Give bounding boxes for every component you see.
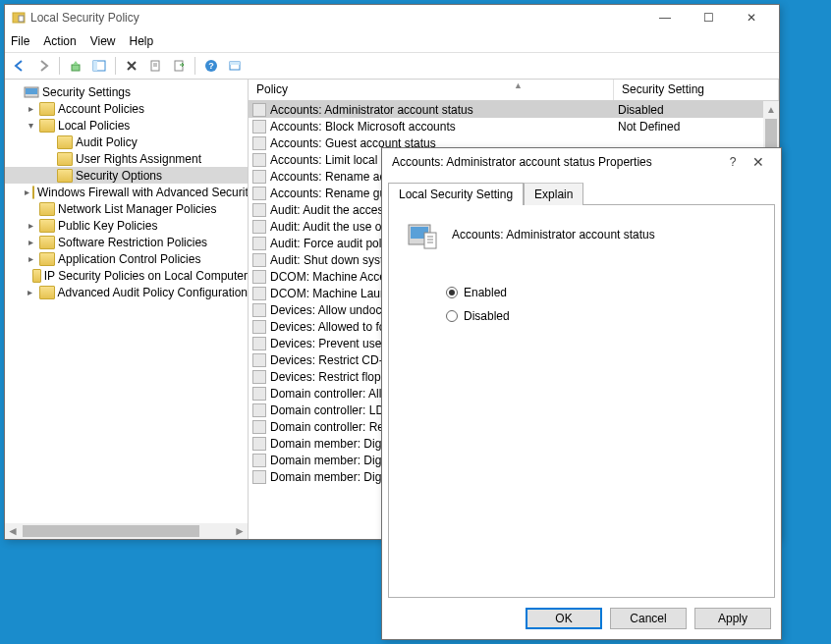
tree-item[interactable]: IP Security Policies on Local Computer: [5, 267, 248, 284]
dialog-help-button[interactable]: ?: [720, 155, 746, 169]
forward-button[interactable]: [32, 55, 54, 77]
cancel-button[interactable]: Cancel: [610, 608, 687, 629]
policy-item-icon: [252, 437, 266, 451]
minimize-button[interactable]: —: [643, 6, 687, 29]
tree-item-label: Application Control Policies: [58, 252, 200, 266]
tree-item[interactable]: Network List Manager Policies: [5, 200, 248, 217]
window-title: Local Security Policy: [30, 11, 643, 25]
expand-icon[interactable]: ▸: [25, 220, 36, 231]
apply-button[interactable]: Apply: [694, 608, 771, 629]
policy-cell: Accounts: Administrator account status: [270, 103, 473, 117]
policy-item-icon: [252, 403, 266, 417]
scrollbar-thumb[interactable]: [23, 525, 199, 537]
tree-item[interactable]: User Rights Assignment: [5, 150, 248, 167]
scroll-left-arrow-icon[interactable]: ◄: [5, 523, 21, 539]
policy-item-icon: [252, 337, 266, 350]
policy-item-icon: [252, 454, 266, 467]
expand-icon[interactable]: ▸: [25, 187, 29, 197]
close-button[interactable]: ✕: [730, 6, 773, 29]
tree-item[interactable]: Security Options: [5, 167, 248, 184]
folder-icon: [39, 219, 55, 233]
menu-file[interactable]: File: [11, 34, 29, 48]
tree-item-label: Windows Firewall with Advanced Security: [37, 186, 249, 199]
tree-item[interactable]: ▾Local Policies: [5, 117, 248, 134]
scroll-up-arrow-icon[interactable]: ▲: [763, 101, 779, 117]
tree-item-label: Account Policies: [58, 102, 144, 116]
svg-rect-4: [93, 61, 97, 71]
tree-item[interactable]: ▸Public Key Policies: [5, 217, 248, 234]
svg-text:?: ?: [208, 61, 214, 71]
list-header: ▲ Policy Security Setting: [249, 80, 779, 101]
policy-item-icon: [252, 136, 266, 150]
properties-dialog: Accounts: Administrator account status P…: [381, 147, 782, 640]
tree-item[interactable]: ▸Application Control Policies: [5, 250, 248, 267]
expand-icon[interactable]: ▸: [25, 287, 36, 297]
policy-item-icon: [252, 187, 266, 200]
column-policy[interactable]: Policy: [249, 80, 614, 100]
dialog-close-button[interactable]: ✕: [746, 154, 771, 170]
folder-icon: [39, 236, 55, 249]
policy-item-icon: [252, 203, 266, 217]
scroll-right-arrow-icon[interactable]: ►: [232, 523, 248, 539]
list-row[interactable]: Accounts: Block Microsoft accountsNot De…: [249, 118, 779, 134]
horizontal-scrollbar[interactable]: ◄ ►: [5, 523, 248, 539]
svg-rect-12: [230, 62, 240, 65]
policy-item-icon: [252, 120, 266, 134]
policy-icon: [407, 219, 438, 250]
delete-button[interactable]: [121, 55, 142, 77]
policy-item-icon: [252, 470, 266, 484]
security-settings-icon: [24, 85, 39, 99]
tree-item-label: Network List Manager Policies: [58, 202, 216, 216]
tree-item-label: Advanced Audit Policy Configuration: [58, 286, 248, 299]
refresh-button[interactable]: [224, 55, 246, 77]
policy-item-icon: [252, 370, 266, 384]
tree-item[interactable]: ▸Software Restriction Policies: [5, 234, 248, 250]
list-row[interactable]: Accounts: Administrator account statusDi…: [249, 101, 779, 118]
up-button[interactable]: [65, 55, 86, 77]
policy-item-icon: [252, 153, 266, 167]
menu-view[interactable]: View: [90, 34, 116, 48]
tab-explain[interactable]: Explain: [524, 183, 583, 205]
tree-panel[interactable]: Security Settings▸Account Policies▾Local…: [5, 80, 249, 539]
expand-icon[interactable]: ▸: [25, 253, 36, 264]
tree-item-label: Local Policies: [58, 119, 130, 133]
column-setting[interactable]: Security Setting: [614, 80, 779, 100]
setting-cell: Disabled: [614, 103, 779, 117]
show-hide-tree-button[interactable]: [88, 55, 110, 77]
svg-rect-17: [424, 233, 436, 248]
folder-icon: [39, 119, 55, 133]
tree-item-label: Audit Policy: [76, 135, 138, 149]
help-button[interactable]: ?: [200, 55, 222, 77]
export-button[interactable]: [168, 55, 190, 77]
tree-item[interactable]: ▸Windows Firewall with Advanced Security: [5, 184, 248, 200]
policy-item-icon: [252, 220, 266, 234]
tree-root-item[interactable]: Security Settings: [5, 83, 248, 100]
radio-enabled[interactable]: Enabled: [446, 286, 756, 299]
toolbar-separator: [59, 57, 60, 75]
tree-item[interactable]: Audit Policy: [5, 134, 248, 150]
tree-item-label: Security Options: [76, 169, 162, 183]
radio-disabled[interactable]: Disabled: [446, 309, 756, 323]
expand-icon[interactable]: ▸: [25, 237, 36, 247]
folder-icon: [39, 102, 55, 116]
svg-rect-8: [175, 61, 183, 71]
policy-item-icon: [252, 287, 266, 300]
menu-help[interactable]: Help: [130, 34, 154, 48]
tree-item-label: IP Security Policies on Local Computer: [44, 269, 248, 283]
policy-name-label: Accounts: Administrator account status: [452, 228, 655, 242]
back-button[interactable]: [9, 55, 30, 77]
titlebar[interactable]: Local Security Policy — ☐ ✕: [5, 5, 779, 30]
tree-item[interactable]: ▸Account Policies: [5, 100, 248, 117]
ok-button[interactable]: OK: [526, 608, 602, 629]
properties-button[interactable]: [144, 55, 166, 77]
folder-icon: [39, 202, 55, 216]
expand-icon[interactable]: ▸: [25, 103, 36, 114]
maximize-button[interactable]: ☐: [687, 6, 730, 29]
tab-local-security-setting[interactable]: Local Security Setting: [388, 183, 524, 205]
policy-item-icon: [252, 170, 266, 184]
folder-icon: [57, 152, 73, 166]
tree-item[interactable]: ▸Advanced Audit Policy Configuration: [5, 284, 248, 300]
menu-action[interactable]: Action: [43, 34, 76, 48]
expand-icon[interactable]: ▾: [25, 120, 36, 131]
dialog-titlebar[interactable]: Accounts: Administrator account status P…: [382, 148, 781, 176]
